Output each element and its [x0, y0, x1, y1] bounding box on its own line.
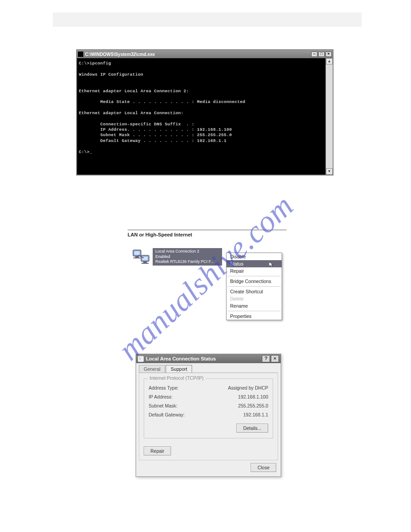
svg-rect-3 [133, 257, 141, 258]
lan-heading: LAN or High-Speed Internet [128, 232, 287, 237]
connection-status: Enabled [155, 254, 219, 260]
address-type-value: Assigned by DHCP [228, 385, 268, 390]
svg-rect-5 [142, 257, 148, 260]
cmd-window: C:\WINDOWS\System32\cmd.exe – □ × C:\>ip… [76, 49, 334, 176]
maximize-button[interactable]: □ [318, 51, 325, 57]
cmd-output: C:\>ipconfig Windows IP Configuration Et… [77, 58, 325, 175]
menu-separator [227, 286, 281, 287]
scroll-down-icon[interactable]: ▼ [326, 168, 333, 175]
svg-rect-6 [143, 262, 147, 263]
menu-shortcut[interactable]: Create Shortcut [227, 288, 282, 295]
lan-section: LAN or High-Speed Internet Local Area Co… [128, 230, 287, 270]
menu-repair[interactable]: Repair [227, 267, 282, 275]
header-bar [53, 13, 362, 27]
scroll-up-icon[interactable]: ▲ [326, 58, 333, 64]
ip-address-value: 192.168.1.100 [238, 394, 268, 399]
help-button[interactable]: ? [262, 355, 270, 362]
cursor-icon [269, 262, 274, 267]
network-connection-icon[interactable] [132, 247, 150, 265]
status-dialog: Local Area Connection Status ? × General… [136, 354, 281, 477]
close-button[interactable]: × [325, 51, 332, 57]
tcpip-group: Internet Protocol (TCP/IP) Address Type:… [144, 378, 273, 438]
cmd-scrollbar[interactable]: ▲ ▼ [325, 58, 333, 175]
menu-separator [227, 276, 281, 276]
subnet-mask-value: 255.255.255.0 [238, 403, 268, 408]
dialog-icon [138, 356, 144, 362]
connection-item[interactable]: Local Area Connection 2 Enabled Realtek … [153, 248, 222, 266]
default-gateway-value: 192.168.1.1 [244, 412, 268, 417]
menu-bridge[interactable]: Bridge Connections [227, 278, 282, 285]
svg-rect-7 [141, 263, 149, 264]
close-button[interactable]: × [271, 355, 279, 362]
menu-rename[interactable]: Rename [227, 302, 282, 309]
svg-rect-2 [135, 256, 139, 257]
close-dialog-button[interactable]: Close [251, 463, 276, 472]
dialog-title-text: Local Area Connection Status [146, 356, 216, 361]
menu-disable[interactable]: Disable [227, 253, 282, 260]
repair-button[interactable]: Repair [144, 446, 171, 455]
tab-strip: General Support [136, 363, 281, 373]
subnet-mask-label: Subnet Mask: [149, 403, 177, 408]
context-menu: Disable Status Repair Bridge Connections… [226, 253, 282, 320]
details-button[interactable]: Details... [236, 424, 268, 433]
menu-delete: Delete [227, 295, 282, 302]
address-type-label: Address Type: [149, 385, 179, 390]
cmd-title-text: C:\WINDOWS\System32\cmd.exe [85, 52, 155, 57]
menu-status[interactable]: Status [227, 260, 282, 267]
default-gateway-label: Default Gateway: [149, 412, 185, 417]
divider [128, 230, 287, 230]
tab-support[interactable]: Support [166, 365, 192, 373]
menu-separator [227, 311, 281, 311]
tab-general[interactable]: General [139, 365, 165, 373]
cmd-icon [78, 51, 83, 57]
svg-rect-1 [134, 251, 140, 255]
connection-name: Local Area Connection 2 [155, 249, 219, 254]
ip-address-label: IP Address: [149, 394, 173, 399]
cmd-titlebar[interactable]: C:\WINDOWS\System32\cmd.exe – □ × [77, 50, 333, 58]
dialog-titlebar[interactable]: Local Area Connection Status ? × [136, 354, 281, 363]
minimize-button[interactable]: – [311, 51, 317, 57]
scroll-track[interactable] [326, 64, 333, 168]
menu-properties[interactable]: Properties [227, 313, 282, 320]
group-title: Internet Protocol (TCP/IP) [148, 375, 206, 381]
connection-device: Realtek RTL8139 Family PCI F... [155, 259, 219, 265]
dialog-body: Internet Protocol (TCP/IP) Address Type:… [139, 373, 278, 460]
